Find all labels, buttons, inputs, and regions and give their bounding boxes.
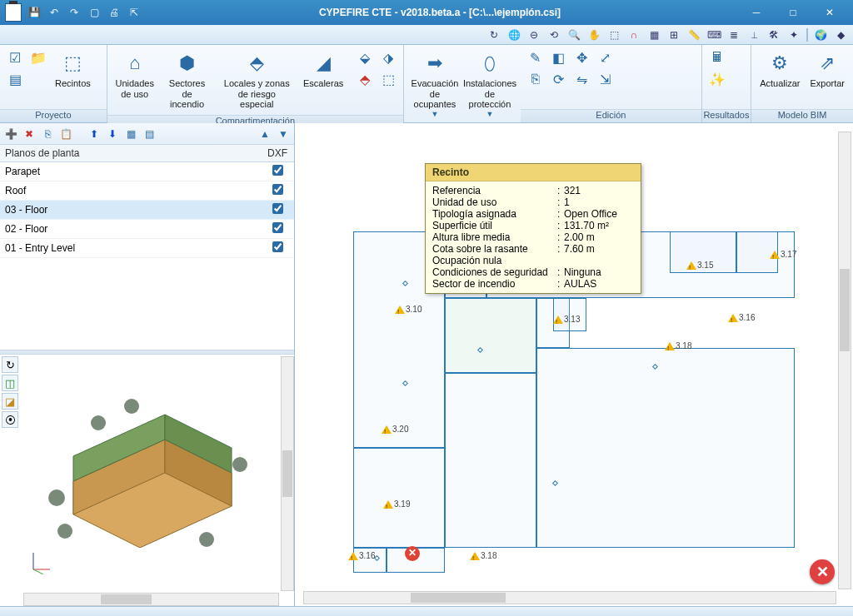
floor-header-dxf[interactable]: DXF <box>261 145 294 162</box>
svg-line-13 <box>33 569 43 574</box>
check-icon[interactable]: ☑ <box>5 48 25 67</box>
cube-edit-icon[interactable]: ⬗ <box>378 48 398 67</box>
axes-icon[interactable]: ⦿ <box>2 411 18 428</box>
save-icon[interactable]: 💾 <box>27 5 42 20</box>
floor-list[interactable]: Planos de planta DXF ParapetRoof03 - Flo… <box>0 145 294 350</box>
canvas-h-scrollbar[interactable] <box>303 591 836 604</box>
quick-access-toolbar: 💾 ↶ ↷ ▢ 🖨 ⇱ <box>27 5 142 20</box>
calculator-icon[interactable]: 🖩 <box>707 48 727 67</box>
dxf-checkbox[interactable] <box>272 165 283 176</box>
maximize-button[interactable]: □ <box>775 0 811 25</box>
tooltip-row: Unidad de uso:1 <box>432 196 634 208</box>
copy-icon[interactable]: ⎘ <box>526 70 546 88</box>
escaleras-button[interactable]: ◢ Escaleras <box>300 48 347 91</box>
exportar-button[interactable]: ⇗ Exportar <box>806 48 848 91</box>
floor-row[interactable]: 01 - Entry Level <box>0 239 294 258</box>
app-icon <box>5 3 22 22</box>
cube-add-icon[interactable]: ⬙ <box>355 48 375 67</box>
sheet-icon[interactable]: ▤ <box>5 70 25 88</box>
tools-icon[interactable]: 🛠 <box>766 27 781 42</box>
redo-icon[interactable]: ↷ <box>67 5 82 20</box>
minimize-button[interactable]: ─ <box>738 0 775 25</box>
help-globe-icon[interactable]: 🌍 <box>813 27 828 42</box>
floor-header-name[interactable]: Planos de planta <box>0 145 261 162</box>
copy2-icon[interactable]: ⎘ <box>40 127 55 142</box>
pan-icon[interactable]: ✋ <box>586 27 601 42</box>
ribbon-group-edicion: ✎⎘ ◧⟳ ✥⇋ ⤢⇲ Edición <box>521 45 702 122</box>
dxf-checkbox[interactable] <box>272 203 283 214</box>
close-overlay-button[interactable]: ✕ <box>810 559 835 584</box>
export-icon[interactable]: ⇱ <box>127 5 142 20</box>
evacuacion-button[interactable]: ➡ Evacuación de ocupantes ▼ <box>409 48 461 120</box>
cube-del-icon[interactable]: ⬘ <box>355 70 375 88</box>
rotate-icon[interactable]: ⟳ <box>549 70 569 88</box>
move-icon[interactable]: ✥ <box>572 48 592 67</box>
orbit-icon[interactable]: ↻ <box>2 356 18 373</box>
eraser-icon[interactable]: ◧ <box>549 48 569 67</box>
preview-3d[interactable]: ↻ ◫ ◪ ⦿ <box>0 355 294 606</box>
refresh-gear-icon: ⚙ <box>766 50 793 77</box>
collapse-up-icon[interactable]: ▲ <box>257 127 272 142</box>
cube-icon[interactable]: ⬚ <box>378 70 398 88</box>
ribbon: ☑ ▤ 📁 ⬚ Recintos Proyecto ⌂ Unidades de … <box>0 45 853 123</box>
move-down-icon[interactable]: ⬇ <box>105 127 120 142</box>
preview-v-scrollbar[interactable] <box>281 356 294 591</box>
sectores-button[interactable]: ⬢ Sectores de incendio <box>161 48 214 112</box>
select-icon[interactable]: ⬚ <box>606 27 621 42</box>
cube-view-icon[interactable]: ◫ <box>2 375 18 391</box>
dxf-checkbox[interactable] <box>272 241 283 252</box>
instalaciones-button[interactable]: ⬯ Instalaciones de protección ▼ <box>464 48 516 120</box>
floor-row[interactable]: Roof <box>0 181 294 201</box>
ruler-icon[interactable]: 📏 <box>686 27 701 42</box>
ribbon-group-proyecto: ☑ ▤ 📁 ⬚ Recintos Proyecto <box>0 45 107 122</box>
preview-h-scrollbar[interactable] <box>23 593 279 606</box>
folder-icon[interactable]: 📁 <box>28 48 48 67</box>
ribbon-caption-edicion: Edición <box>521 109 701 122</box>
box-icon[interactable]: ▢ <box>87 5 102 20</box>
floor-row[interactable]: 02 - Floor <box>0 220 294 239</box>
tooltip-title: Recinto <box>426 164 641 181</box>
scale-icon[interactable]: ⤢ <box>596 48 616 67</box>
pencil-icon[interactable]: ✎ <box>526 48 546 67</box>
delete-icon[interactable]: ✖ <box>22 127 37 142</box>
zoom-in-icon[interactable]: 🔍 <box>566 27 581 42</box>
keyboard-icon[interactable]: ⌨ <box>706 27 721 42</box>
unidades-button[interactable]: ⌂ Unidades de uso <box>112 48 157 101</box>
dimension-icon[interactable]: ⟂ <box>746 27 761 42</box>
zoom-out-icon[interactable]: ⊖ <box>526 27 541 42</box>
canvas-v-scrollbar[interactable] <box>838 132 851 589</box>
floor-toolbar: ➕ ✖ ⎘ 📋 ⬆ ⬇ ▦ ▤ ▲ ▼ <box>0 123 294 145</box>
ribbon-caption-resultados: Resultados <box>702 109 751 122</box>
dxf-checkbox[interactable] <box>272 184 283 195</box>
grid2-icon[interactable]: ⊞ <box>666 27 681 42</box>
grid-icon[interactable]: ▦ <box>646 27 661 42</box>
magnet-icon[interactable]: ∩ <box>626 27 641 42</box>
globe-icon[interactable]: 🌐 <box>506 27 521 42</box>
floor-row[interactable]: 03 - Floor <box>0 201 294 220</box>
cube-view2-icon[interactable]: ◪ <box>2 393 18 410</box>
mirror-icon[interactable]: ⇋ <box>572 70 592 88</box>
dxf-checkbox[interactable] <box>272 222 283 233</box>
layers2-icon[interactable]: ▤ <box>142 127 157 142</box>
wand-icon[interactable]: ✨ <box>707 70 727 88</box>
move-up-icon[interactable]: ⬆ <box>87 127 102 142</box>
settings-icon[interactable]: ✦ <box>786 27 801 42</box>
paste-icon[interactable]: 📋 <box>58 127 73 142</box>
zoom-reset-icon[interactable]: ⟲ <box>546 27 561 42</box>
print-icon[interactable]: 🖨 <box>107 5 122 20</box>
undo-icon[interactable]: ↶ <box>47 5 62 20</box>
ribbon-group-compart: ⌂ Unidades de uso ⬢ Sectores de incendio… <box>107 45 404 122</box>
refresh-icon[interactable]: ↻ <box>486 27 501 42</box>
recintos-button[interactable]: ⬚ Recintos <box>52 48 94 91</box>
dxf-icon[interactable]: ▦ <box>123 127 138 142</box>
offset-icon[interactable]: ⇲ <box>596 70 616 88</box>
collapse-down-icon[interactable]: ▼ <box>276 127 291 142</box>
locales-button[interactable]: ⬘ Locales y zonas de riesgo especial <box>217 48 297 112</box>
ribbon-caption-modelobim: Modelo BIM <box>751 109 853 122</box>
layers-icon[interactable]: ≣ <box>726 27 741 42</box>
actualizar-button[interactable]: ⚙ Actualizar <box>756 48 803 91</box>
close-button[interactable]: ✕ <box>811 0 848 25</box>
add-icon[interactable]: ➕ <box>3 127 18 142</box>
help-icon[interactable]: ◆ <box>833 27 848 42</box>
floor-row[interactable]: Parapet <box>0 162 294 181</box>
